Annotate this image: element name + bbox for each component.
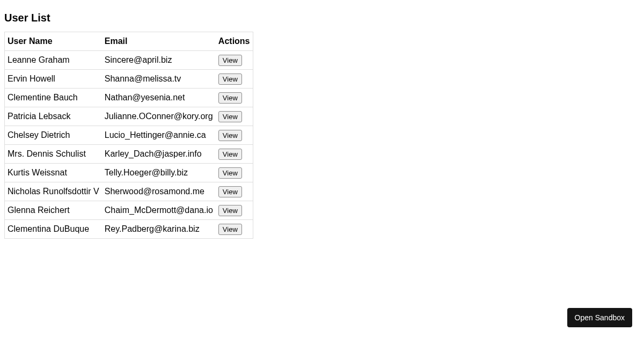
table-row: Clementina DuBuqueRey.Padberg@karina.biz… xyxy=(5,220,253,239)
user-action-cell: View xyxy=(216,126,253,145)
table-row: Glenna ReichertChaim_McDermott@dana.ioVi… xyxy=(5,201,253,220)
view-button[interactable]: View xyxy=(218,74,242,85)
table-row: Kurtis WeissnatTelly.Hoeger@billy.bizVie… xyxy=(5,164,253,182)
user-name-cell: Leanne Graham xyxy=(5,51,102,70)
user-action-cell: View xyxy=(216,145,253,164)
user-action-cell: View xyxy=(216,107,253,126)
user-action-cell: View xyxy=(216,89,253,107)
table-header-email: Email xyxy=(102,32,216,51)
user-name-cell: Patricia Lebsack xyxy=(5,107,102,126)
table-row: Mrs. Dennis SchulistKarley_Dach@jasper.i… xyxy=(5,145,253,164)
user-name-cell: Ervin Howell xyxy=(5,70,102,89)
user-name-cell: Kurtis Weissnat xyxy=(5,164,102,182)
open-sandbox-button[interactable]: Open Sandbox xyxy=(567,308,632,327)
user-action-cell: View xyxy=(216,182,253,201)
user-action-cell: View xyxy=(216,164,253,182)
user-name-cell: Glenna Reichert xyxy=(5,201,102,220)
user-email-cell: Telly.Hoeger@billy.biz xyxy=(102,164,216,182)
user-email-cell: Karley_Dach@jasper.info xyxy=(102,145,216,164)
user-email-cell: Sherwood@rosamond.me xyxy=(102,182,216,201)
user-action-cell: View xyxy=(216,70,253,89)
user-email-cell: Shanna@melissa.tv xyxy=(102,70,216,89)
user-name-cell: Chelsey Dietrich xyxy=(5,126,102,145)
user-email-cell: Nathan@yesenia.net xyxy=(102,89,216,107)
table-header-row: User Name Email Actions xyxy=(5,32,253,51)
table-row: Leanne GrahamSincere@april.bizView xyxy=(5,51,253,70)
view-button[interactable]: View xyxy=(218,130,242,141)
user-action-cell: View xyxy=(216,51,253,70)
user-name-cell: Clementine Bauch xyxy=(5,89,102,107)
table-row: Nicholas Runolfsdottir VSherwood@rosamon… xyxy=(5,182,253,201)
page-title: User List xyxy=(4,12,640,24)
user-email-cell: Chaim_McDermott@dana.io xyxy=(102,201,216,220)
user-action-cell: View xyxy=(216,220,253,239)
user-action-cell: View xyxy=(216,201,253,220)
view-button[interactable]: View xyxy=(218,205,242,216)
table-row: Patricia LebsackJulianne.OConner@kory.or… xyxy=(5,107,253,126)
table-row: Clementine BauchNathan@yesenia.netView xyxy=(5,89,253,107)
table-header-name: User Name xyxy=(5,32,102,51)
view-button[interactable]: View xyxy=(218,111,242,122)
user-table: User Name Email Actions Leanne GrahamSin… xyxy=(4,32,253,239)
table-header-actions: Actions xyxy=(216,32,253,51)
table-row: Chelsey DietrichLucio_Hettinger@annie.ca… xyxy=(5,126,253,145)
view-button[interactable]: View xyxy=(218,149,242,160)
view-button[interactable]: View xyxy=(218,186,242,197)
user-email-cell: Sincere@april.biz xyxy=(102,51,216,70)
view-button[interactable]: View xyxy=(218,224,242,235)
view-button[interactable]: View xyxy=(218,92,242,104)
view-button[interactable]: View xyxy=(218,167,242,179)
user-name-cell: Mrs. Dennis Schulist xyxy=(5,145,102,164)
user-name-cell: Nicholas Runolfsdottir V xyxy=(5,182,102,201)
view-button[interactable]: View xyxy=(218,55,242,66)
user-email-cell: Julianne.OConner@kory.org xyxy=(102,107,216,126)
user-email-cell: Rey.Padberg@karina.biz xyxy=(102,220,216,239)
user-name-cell: Clementina DuBuque xyxy=(5,220,102,239)
table-row: Ervin HowellShanna@melissa.tvView xyxy=(5,70,253,89)
user-email-cell: Lucio_Hettinger@annie.ca xyxy=(102,126,216,145)
